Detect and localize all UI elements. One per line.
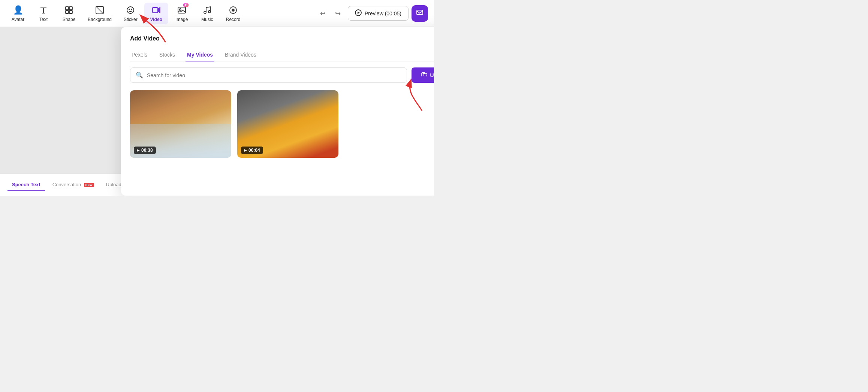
publish-button[interactable] (412, 5, 428, 22)
play-icon: ▶ (137, 148, 139, 152)
background-icon (94, 5, 105, 15)
toolbar-item-sticker[interactable]: Sticker (118, 3, 143, 24)
add-video-panel: Add Video 📌 ✕ Pexels Stocks My Videos Br… (121, 27, 434, 196)
publish-icon (416, 9, 424, 18)
text-icon (38, 5, 49, 15)
svg-rect-12 (153, 7, 158, 13)
svg-point-10 (129, 9, 130, 10)
toolbar-label-music: Music (201, 17, 213, 22)
toolbar-label-video: Video (150, 17, 162, 22)
sticker-icon (125, 5, 136, 15)
svg-point-18 (232, 9, 234, 11)
video-thumbnail-beach[interactable]: ▶ 00:38 (130, 90, 231, 158)
svg-point-11 (131, 9, 132, 10)
toolbar-actions: ↩ ↪ Preview (00:05) (316, 5, 428, 22)
toolbar-item-music[interactable]: Music (195, 3, 219, 24)
music-icon (202, 5, 213, 15)
redo-button[interactable]: ↪ (331, 7, 345, 20)
toolbar-label-text: Text (39, 17, 48, 22)
tab-pexels[interactable]: Pexels (130, 49, 149, 61)
panel-title: Add Video (130, 35, 160, 42)
tab-speech-text[interactable]: Speech Text (7, 179, 45, 191)
svg-rect-3 (66, 7, 69, 10)
shape-icon (64, 5, 74, 15)
toolbar-label-record: Record (226, 17, 241, 22)
undo-button[interactable]: ↩ (316, 7, 330, 20)
record-icon (228, 5, 238, 15)
upload-button[interactable]: Upload (412, 67, 434, 83)
video-duration-1: ▶ 00:38 (134, 147, 156, 154)
svg-rect-6 (69, 10, 72, 13)
toolbar-item-background[interactable]: Background (82, 3, 117, 24)
svg-point-15 (204, 11, 206, 13)
new-badge: NEW (84, 183, 94, 187)
toolbar-item-record[interactable]: Record (221, 3, 246, 24)
toolbar-item-image[interactable]: AI Image (170, 3, 194, 24)
toolbar-label-shape: Shape (63, 17, 76, 22)
play-circle-icon (355, 9, 362, 17)
upload-label: Upload (430, 72, 434, 78)
video-grid: ▶ 00:38 ▶ 00:04 (130, 90, 434, 158)
preview-label: Preview (00:05) (365, 10, 401, 16)
search-icon: 🔍 (136, 72, 143, 79)
search-input[interactable] (147, 72, 401, 78)
conversation-label: Conversation (52, 182, 81, 187)
toolbar-label-background: Background (88, 17, 112, 22)
toolbar-label-avatar: Avatar (12, 17, 24, 22)
toolbar-label-sticker: Sticker (124, 17, 138, 22)
svg-line-8 (96, 6, 103, 14)
toolbar-item-avatar[interactable]: 👤 Avatar (6, 3, 30, 24)
svg-rect-4 (69, 7, 72, 10)
svg-rect-5 (66, 10, 69, 13)
panel-tabs: Pexels Stocks My Videos Brand Videos (130, 49, 434, 61)
duration-label-2: 00:04 (248, 148, 260, 153)
toolbar-label-image: Image (175, 17, 188, 22)
video-duration-2: ▶ 00:04 (241, 147, 263, 154)
svg-rect-21 (417, 10, 423, 15)
tab-conversation[interactable]: Conversation NEW (48, 179, 99, 191)
toolbar: 👤 Avatar Text Shape Background (0, 0, 434, 27)
svg-point-14 (180, 9, 181, 10)
preview-button[interactable]: Preview (00:05) (348, 6, 409, 21)
svg-point-16 (208, 10, 211, 13)
toolbar-item-shape[interactable]: Shape (57, 3, 81, 24)
undo-redo-group: ↩ ↪ (316, 7, 345, 20)
avatar-icon: 👤 (13, 5, 23, 15)
duration-label-1: 00:38 (141, 148, 153, 153)
play-icon-2: ▶ (244, 148, 247, 152)
video-thumbnail-woman[interactable]: ▶ 00:04 (237, 90, 338, 158)
image-icon: AI (177, 5, 187, 15)
search-box: 🔍 (130, 67, 407, 83)
toolbar-item-text[interactable]: Text (31, 3, 55, 24)
tab-my-videos[interactable]: My Videos (186, 49, 214, 61)
toolbar-item-video[interactable]: Video (144, 3, 168, 24)
tab-stocks[interactable]: Stocks (158, 49, 177, 61)
panel-header: Add Video 📌 ✕ (130, 34, 434, 43)
tab-brand-videos[interactable]: Brand Videos (223, 49, 258, 61)
ai-badge: AI (183, 3, 189, 7)
svg-rect-13 (178, 7, 186, 13)
svg-marker-20 (358, 12, 360, 14)
video-icon (151, 5, 162, 15)
upload-cloud-icon (421, 71, 427, 79)
svg-point-9 (127, 7, 134, 13)
search-upload-row: 🔍 Upload (130, 67, 434, 83)
